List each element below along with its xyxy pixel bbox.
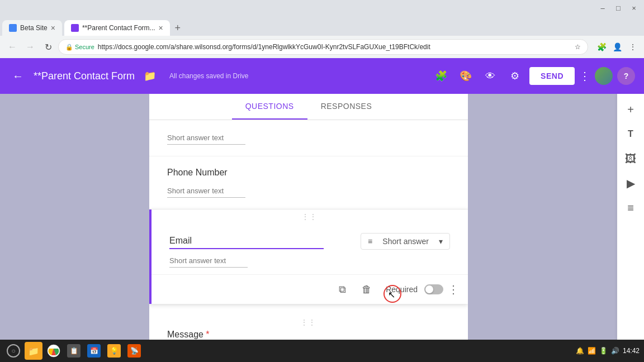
browser-window: – □ × bbox=[0, 0, 644, 16]
back-to-drive-button[interactable]: ← bbox=[9, 67, 27, 85]
card-footer: ⧉ 🗑 Required ⋮ bbox=[151, 274, 468, 304]
tab-beta-close[interactable]: × bbox=[51, 23, 55, 32]
add-video-button[interactable]: ▶ bbox=[619, 172, 642, 194]
footer-more-icon[interactable]: ⋮ bbox=[448, 283, 459, 296]
email-section: ≡ Short answer ▾ bbox=[151, 224, 468, 250]
volume-icon[interactable]: 🔊 bbox=[611, 347, 619, 355]
screencast-button[interactable]: 📋 bbox=[65, 342, 83, 360]
main-content: QUESTIONS RESPONSES Phone Number ⋮⋮ bbox=[0, 94, 644, 362]
type-label: Short answer bbox=[382, 237, 428, 246]
profile-icon[interactable]: 👤 bbox=[610, 40, 624, 54]
secure-badge: 🔒 Secure bbox=[65, 44, 94, 51]
rss-button[interactable]: 📡 bbox=[125, 342, 143, 360]
chrome-icon bbox=[47, 344, 60, 358]
keep-icon: 💡 bbox=[107, 344, 121, 358]
forward-button[interactable]: → bbox=[22, 39, 38, 55]
files-icon: 📁 bbox=[28, 346, 39, 356]
prev-short-answer-input[interactable] bbox=[167, 131, 245, 145]
lock-icon: 🔒 bbox=[65, 44, 73, 51]
new-tab-button[interactable]: + bbox=[170, 20, 186, 36]
chrome-os-icon: ○ bbox=[7, 344, 20, 358]
delete-icon[interactable]: 🗑 bbox=[357, 279, 377, 299]
add-question-button[interactable]: + bbox=[619, 98, 642, 121]
email-card: ⋮⋮ ≡ Short answer ▾ bbox=[149, 209, 468, 304]
drag-handle[interactable]: ⋮⋮ bbox=[151, 209, 468, 224]
video-icon: ▶ bbox=[627, 177, 635, 190]
preview-icon[interactable]: 👁 bbox=[480, 66, 500, 86]
required-toggle[interactable] bbox=[424, 284, 443, 294]
battery-icon[interactable]: 🔋 bbox=[599, 347, 608, 355]
notification-icon[interactable]: 🔔 bbox=[576, 347, 584, 355]
tab-forms-close[interactable]: × bbox=[159, 23, 163, 32]
type-icon: ≡ bbox=[368, 237, 372, 246]
folder-icon[interactable]: 📁 bbox=[144, 70, 156, 82]
url-text: https://docs.google.com/a/share.wilsonsd… bbox=[98, 43, 575, 51]
required-label: Required bbox=[386, 285, 418, 294]
start-button[interactable]: ○ bbox=[4, 342, 22, 360]
phone-number-section: Phone Number bbox=[149, 156, 468, 209]
add-title-button[interactable]: T bbox=[619, 123, 642, 145]
beta-favicon bbox=[9, 24, 17, 32]
time-display: 14:42 bbox=[623, 347, 640, 355]
back-button[interactable]: ← bbox=[4, 39, 20, 55]
taskbar: ○ 📁 📋 📅 💡 📡 🔔 📶 🔋 🔊 14:42 bbox=[0, 340, 644, 362]
message-drag-handle[interactable]: ⋮⋮ bbox=[167, 315, 450, 330]
wifi-icon[interactable]: 📶 bbox=[588, 347, 596, 355]
avatar-image bbox=[595, 67, 613, 85]
form-container: QUESTIONS RESPONSES Phone Number ⋮⋮ bbox=[0, 94, 617, 362]
tab-beta-title: Beta Site bbox=[20, 24, 48, 32]
minimize-button[interactable]: – bbox=[597, 2, 608, 13]
settings-icon[interactable]: ⚙ bbox=[505, 66, 525, 86]
address-bar[interactable]: 🔒 Secure https://docs.google.com/a/share… bbox=[58, 39, 588, 55]
palette-icon[interactable]: 🎨 bbox=[456, 66, 476, 86]
tab-forms-title: **Parent Contact Form... bbox=[82, 24, 155, 32]
phone-number-label: Phone Number bbox=[167, 168, 450, 178]
tab-responses[interactable]: RESPONSES bbox=[307, 94, 386, 120]
screencast-icon: 📋 bbox=[67, 344, 80, 358]
forms-favicon bbox=[71, 24, 79, 32]
app-header: ← **Parent Contact Form 📁 All changes sa… bbox=[0, 58, 644, 94]
email-short-answer-input[interactable] bbox=[169, 254, 248, 268]
tab-beta-site[interactable]: Beta Site × bbox=[2, 20, 62, 36]
help-button[interactable]: ? bbox=[617, 67, 635, 85]
window-controls-row: – □ × bbox=[0, 0, 644, 16]
phone-number-input[interactable] bbox=[167, 184, 245, 198]
required-star: * bbox=[203, 330, 210, 339]
title-icon: T bbox=[628, 129, 633, 139]
nav-bar: ← → ↻ 🔒 Secure https://docs.google.com/a… bbox=[0, 36, 644, 58]
reload-button[interactable]: ↻ bbox=[40, 39, 56, 55]
close-button[interactable]: × bbox=[628, 2, 640, 13]
more-options-icon[interactable]: ⋮ bbox=[626, 40, 640, 54]
taskbar-right: 🔔 📶 🔋 🔊 14:42 bbox=[576, 347, 640, 355]
question-type-dropdown[interactable]: ≡ Short answer ▾ bbox=[361, 233, 450, 250]
tab-forms[interactable]: **Parent Contact Form... × bbox=[64, 20, 170, 36]
puzzle-icon[interactable]: 🧩 bbox=[431, 66, 451, 86]
form-tabs: QUESTIONS RESPONSES bbox=[149, 94, 468, 120]
chrome-button[interactable] bbox=[45, 342, 63, 360]
calendar-icon: 📅 bbox=[87, 344, 101, 358]
form-body: Phone Number ⋮⋮ ≡ Short answer ▾ bbox=[149, 120, 468, 362]
send-button[interactable]: SEND bbox=[529, 67, 575, 85]
dropdown-arrow-icon: ▾ bbox=[439, 237, 443, 246]
maximize-button[interactable]: □ bbox=[613, 2, 624, 13]
email-short-answer-preview bbox=[151, 250, 468, 274]
email-label-input[interactable] bbox=[169, 234, 324, 249]
tab-questions[interactable]: QUESTIONS bbox=[232, 94, 307, 120]
star-icon[interactable]: ☆ bbox=[575, 43, 581, 51]
section-icon: ≡ bbox=[627, 202, 634, 215]
extensions-icon[interactable]: 🧩 bbox=[595, 40, 608, 54]
more-options-button[interactable]: ⋮ bbox=[579, 69, 590, 83]
saved-status: All changes saved in Drive bbox=[169, 72, 248, 80]
duplicate-icon[interactable]: ⧉ bbox=[332, 279, 352, 299]
add-image-button[interactable]: 🖼 bbox=[619, 147, 642, 170]
keep-button[interactable]: 💡 bbox=[105, 342, 123, 360]
tab-bar: Beta Site × **Parent Contact Form... × + bbox=[0, 16, 644, 36]
form-panel: QUESTIONS RESPONSES Phone Number ⋮⋮ bbox=[149, 94, 468, 362]
calendar-button[interactable]: 📅 bbox=[85, 342, 103, 360]
user-avatar[interactable] bbox=[595, 67, 613, 85]
toggle-knob bbox=[425, 285, 433, 293]
files-button[interactable]: 📁 bbox=[25, 342, 42, 360]
email-label-row: ≡ Short answer ▾ bbox=[169, 233, 450, 250]
add-section-button[interactable]: ≡ bbox=[619, 197, 642, 219]
rss-icon: 📡 bbox=[127, 344, 141, 358]
